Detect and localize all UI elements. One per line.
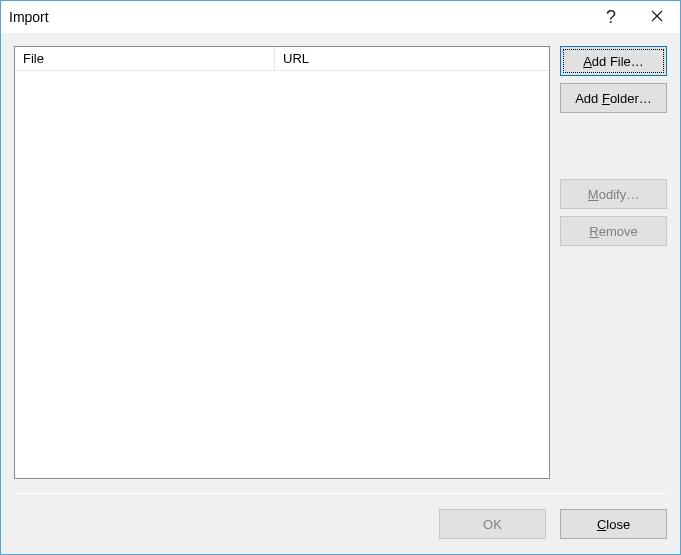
close-icon bbox=[651, 8, 663, 26]
import-dialog: Import ? File URL Add File… bbox=[0, 0, 681, 555]
main-row: File URL Add File… Add Folder… Modify… R… bbox=[14, 46, 667, 479]
dialog-title: Import bbox=[9, 9, 588, 25]
ok-button: OK bbox=[439, 509, 546, 539]
titlebar-buttons: ? bbox=[588, 1, 680, 33]
add-folder-button[interactable]: Add Folder… bbox=[560, 83, 667, 113]
titlebar-close-button[interactable] bbox=[634, 1, 680, 33]
add-file-button[interactable]: Add File… bbox=[560, 46, 667, 76]
titlebar: Import ? bbox=[1, 1, 680, 33]
modify-button: Modify… bbox=[560, 179, 667, 209]
spacer bbox=[560, 120, 667, 172]
side-buttons: Add File… Add Folder… Modify… Remove bbox=[560, 46, 667, 479]
help-button[interactable]: ? bbox=[588, 1, 634, 33]
close-button[interactable]: Close bbox=[560, 509, 667, 539]
column-header-url[interactable]: URL bbox=[275, 47, 549, 70]
table-header-row: File URL bbox=[15, 47, 549, 71]
content-area: File URL Add File… Add Folder… Modify… R… bbox=[1, 33, 680, 554]
column-header-file[interactable]: File bbox=[15, 47, 275, 70]
bottom-bar: OK Close bbox=[14, 494, 667, 554]
remove-button: Remove bbox=[560, 216, 667, 246]
help-icon: ? bbox=[606, 7, 616, 28]
file-table[interactable]: File URL bbox=[14, 46, 550, 479]
